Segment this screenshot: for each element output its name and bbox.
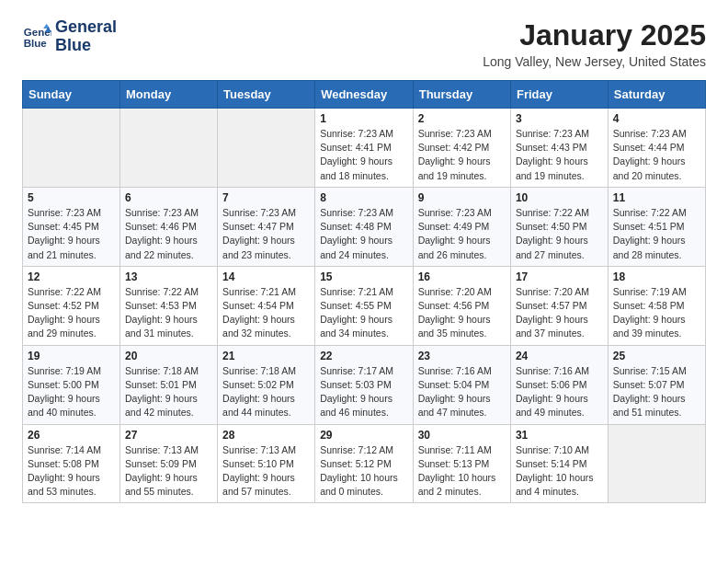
day-cell — [608, 424, 705, 503]
calendar-table: SundayMondayTuesdayWednesdayThursdayFrid… — [22, 80, 706, 503]
day-info: Sunrise: 7:20 AMSunset: 4:57 PMDaylight:… — [516, 285, 603, 341]
day-cell: 22Sunrise: 7:17 AMSunset: 5:03 PMDayligh… — [315, 345, 414, 424]
day-info: Sunrise: 7:14 AMSunset: 5:08 PMDaylight:… — [28, 443, 115, 500]
day-info: Sunrise: 7:21 AMSunset: 4:55 PMDaylight:… — [320, 285, 408, 341]
weekday-header-saturday: Saturday — [608, 81, 705, 109]
day-number: 31 — [516, 429, 603, 442]
day-cell: 9Sunrise: 7:23 AMSunset: 4:49 PMDaylight… — [413, 187, 510, 266]
day-cell: 25Sunrise: 7:15 AMSunset: 5:07 PMDayligh… — [608, 345, 705, 424]
weekday-header-sunday: Sunday — [23, 81, 120, 109]
day-info: Sunrise: 7:16 AMSunset: 5:06 PMDaylight:… — [516, 364, 603, 420]
day-cell: 14Sunrise: 7:21 AMSunset: 4:54 PMDayligh… — [218, 266, 315, 345]
day-info: Sunrise: 7:22 AMSunset: 4:50 PMDaylight:… — [516, 206, 603, 262]
day-number: 13 — [125, 270, 212, 283]
day-info: Sunrise: 7:12 AMSunset: 5:12 PMDaylight:… — [320, 443, 408, 500]
weekday-header-friday: Friday — [510, 81, 608, 109]
page-header: General Blue General Blue January 2025 L… — [22, 18, 706, 69]
day-number: 17 — [516, 270, 603, 283]
day-info: Sunrise: 7:21 AMSunset: 4:54 PMDaylight:… — [222, 285, 310, 341]
day-cell: 17Sunrise: 7:20 AMSunset: 4:57 PMDayligh… — [510, 266, 608, 345]
day-cell: 30Sunrise: 7:11 AMSunset: 5:13 PMDayligh… — [413, 424, 510, 503]
day-number: 21 — [222, 350, 310, 362]
day-info: Sunrise: 7:23 AMSunset: 4:47 PMDaylight:… — [222, 206, 310, 262]
day-number: 7 — [222, 191, 310, 204]
weekday-header-row: SundayMondayTuesdayWednesdayThursdayFrid… — [23, 81, 706, 109]
day-number: 9 — [418, 191, 506, 204]
day-number: 29 — [320, 429, 408, 442]
day-cell: 12Sunrise: 7:22 AMSunset: 4:52 PMDayligh… — [23, 266, 120, 345]
day-info: Sunrise: 7:15 AMSunset: 5:07 PMDaylight:… — [613, 364, 700, 420]
day-number: 24 — [516, 350, 603, 362]
day-info: Sunrise: 7:11 AMSunset: 5:13 PMDaylight:… — [418, 443, 506, 500]
day-cell: 3Sunrise: 7:23 AMSunset: 4:43 PMDaylight… — [510, 109, 608, 188]
day-info: Sunrise: 7:23 AMSunset: 4:41 PMDaylight:… — [320, 127, 408, 183]
day-cell: 26Sunrise: 7:14 AMSunset: 5:08 PMDayligh… — [23, 424, 120, 503]
day-cell: 10Sunrise: 7:22 AMSunset: 4:50 PMDayligh… — [510, 187, 608, 266]
weekday-header-thursday: Thursday — [413, 81, 510, 109]
day-info: Sunrise: 7:18 AMSunset: 5:02 PMDaylight:… — [222, 364, 310, 420]
day-cell: 11Sunrise: 7:22 AMSunset: 4:51 PMDayligh… — [608, 187, 705, 266]
day-number: 12 — [28, 270, 115, 283]
day-info: Sunrise: 7:13 AMSunset: 5:09 PMDaylight:… — [125, 443, 212, 500]
day-number: 20 — [125, 350, 212, 362]
day-number: 18 — [613, 270, 700, 283]
day-cell: 29Sunrise: 7:12 AMSunset: 5:12 PMDayligh… — [315, 424, 414, 503]
day-info: Sunrise: 7:20 AMSunset: 4:56 PMDaylight:… — [418, 285, 506, 341]
week-row-1: 1Sunrise: 7:23 AMSunset: 4:41 PMDaylight… — [23, 109, 706, 188]
day-cell: 7Sunrise: 7:23 AMSunset: 4:47 PMDaylight… — [218, 187, 315, 266]
day-number: 5 — [28, 191, 115, 204]
day-info: Sunrise: 7:17 AMSunset: 5:03 PMDaylight:… — [320, 364, 408, 420]
day-cell: 4Sunrise: 7:23 AMSunset: 4:44 PMDaylight… — [608, 109, 705, 188]
day-info: Sunrise: 7:16 AMSunset: 5:04 PMDaylight:… — [418, 364, 506, 420]
day-cell: 20Sunrise: 7:18 AMSunset: 5:01 PMDayligh… — [120, 345, 218, 424]
title-block: January 2025 Long Valley, New Jersey, Un… — [483, 18, 706, 69]
day-number: 28 — [222, 429, 310, 442]
day-cell: 27Sunrise: 7:13 AMSunset: 5:09 PMDayligh… — [120, 424, 218, 503]
day-info: Sunrise: 7:23 AMSunset: 4:49 PMDaylight:… — [418, 206, 506, 262]
day-number: 3 — [516, 112, 603, 125]
day-info: Sunrise: 7:22 AMSunset: 4:51 PMDaylight:… — [613, 206, 700, 262]
day-cell: 23Sunrise: 7:16 AMSunset: 5:04 PMDayligh… — [413, 345, 510, 424]
week-row-4: 19Sunrise: 7:19 AMSunset: 5:00 PMDayligh… — [23, 345, 706, 424]
day-number: 6 — [125, 191, 212, 204]
day-number: 15 — [320, 270, 408, 283]
day-info: Sunrise: 7:23 AMSunset: 4:44 PMDaylight:… — [613, 127, 700, 183]
day-number: 10 — [516, 191, 603, 204]
day-cell: 16Sunrise: 7:20 AMSunset: 4:56 PMDayligh… — [413, 266, 510, 345]
day-cell: 8Sunrise: 7:23 AMSunset: 4:48 PMDaylight… — [315, 187, 414, 266]
day-info: Sunrise: 7:22 AMSunset: 4:52 PMDaylight:… — [28, 285, 115, 341]
day-info: Sunrise: 7:23 AMSunset: 4:48 PMDaylight:… — [320, 206, 408, 262]
day-info: Sunrise: 7:23 AMSunset: 4:43 PMDaylight:… — [516, 127, 603, 183]
day-cell — [120, 109, 218, 188]
weekday-header-monday: Monday — [120, 81, 218, 109]
day-cell: 28Sunrise: 7:13 AMSunset: 5:10 PMDayligh… — [218, 424, 315, 503]
day-cell: 5Sunrise: 7:23 AMSunset: 4:45 PMDaylight… — [23, 187, 120, 266]
week-row-3: 12Sunrise: 7:22 AMSunset: 4:52 PMDayligh… — [23, 266, 706, 345]
day-cell: 19Sunrise: 7:19 AMSunset: 5:00 PMDayligh… — [23, 345, 120, 424]
day-number: 8 — [320, 191, 408, 204]
svg-text:Blue: Blue — [24, 37, 48, 48]
day-cell: 15Sunrise: 7:21 AMSunset: 4:55 PMDayligh… — [315, 266, 414, 345]
day-cell: 2Sunrise: 7:23 AMSunset: 4:42 PMDaylight… — [413, 109, 510, 188]
day-info: Sunrise: 7:19 AMSunset: 4:58 PMDaylight:… — [613, 285, 700, 341]
day-number: 2 — [418, 112, 506, 125]
day-number: 26 — [28, 429, 115, 442]
day-number: 16 — [418, 270, 506, 283]
weekday-header-wednesday: Wednesday — [315, 81, 414, 109]
day-number: 4 — [613, 112, 700, 125]
month-title: January 2025 — [483, 18, 706, 52]
day-cell: 21Sunrise: 7:18 AMSunset: 5:02 PMDayligh… — [218, 345, 315, 424]
day-number: 27 — [125, 429, 212, 442]
logo-blue: Blue — [55, 37, 117, 55]
day-number: 23 — [418, 350, 506, 362]
day-info: Sunrise: 7:10 AMSunset: 5:14 PMDaylight:… — [516, 443, 603, 500]
day-cell: 24Sunrise: 7:16 AMSunset: 5:06 PMDayligh… — [510, 345, 608, 424]
day-number: 30 — [418, 429, 506, 442]
logo-general: General — [55, 18, 117, 37]
day-cell — [23, 109, 120, 188]
day-number: 25 — [613, 350, 700, 362]
day-number: 11 — [613, 191, 700, 204]
day-info: Sunrise: 7:18 AMSunset: 5:01 PMDaylight:… — [125, 364, 212, 420]
logo: General Blue General Blue — [22, 18, 117, 55]
day-info: Sunrise: 7:23 AMSunset: 4:45 PMDaylight:… — [28, 206, 115, 262]
